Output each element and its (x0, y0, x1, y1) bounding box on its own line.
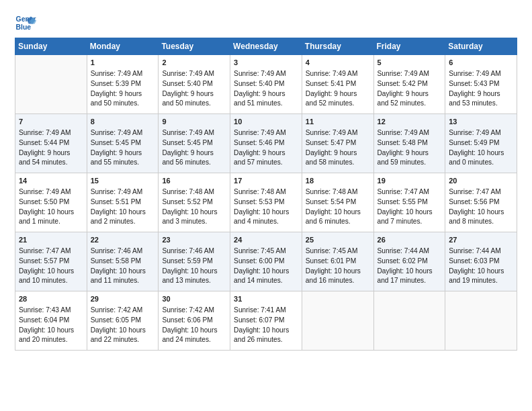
day-number: 7 (19, 117, 83, 128)
calendar-cell: 24Sunrise: 7:45 AMSunset: 6:00 PMDayligh… (230, 232, 302, 291)
sunrise: Sunrise: 7:49 AM (19, 188, 71, 195)
daylight: Daylight: 9 hours and 53 minutes. (449, 90, 500, 107)
sunset: Sunset: 5:43 PM (449, 80, 499, 87)
sunrise: Sunrise: 7:46 AM (91, 247, 143, 255)
logo-icon: General Blue (15, 12, 36, 34)
sunrise: Sunrise: 7:49 AM (306, 129, 358, 136)
daylight: Daylight: 9 hours and 54 minutes. (19, 149, 70, 167)
daylight: Daylight: 10 hours and 14 minutes. (234, 267, 289, 285)
day-header-friday: Friday (373, 38, 445, 55)
day-number: 18 (306, 176, 370, 187)
day-number: 24 (234, 235, 298, 246)
day-number: 1 (91, 58, 155, 68)
day-number: 28 (19, 294, 83, 305)
sunset: Sunset: 5:48 PM (378, 139, 428, 146)
day-number: 3 (234, 58, 298, 68)
sunset: Sunset: 5:52 PM (162, 198, 212, 205)
day-header-sunday: Sunday (15, 38, 87, 55)
page: General Blue SundayMondayTuesdayWednesda… (0, 0, 532, 411)
days-header-row: SundayMondayTuesdayWednesdayThursdayFrid… (15, 38, 517, 55)
calendar-cell: 11Sunrise: 7:49 AMSunset: 5:47 PMDayligh… (302, 114, 373, 173)
daylight: Daylight: 10 hours and 20 minutes. (19, 326, 74, 344)
sunrise: Sunrise: 7:48 AM (234, 188, 286, 195)
day-number: 13 (449, 117, 513, 128)
calendar-cell (15, 55, 87, 114)
sunrise: Sunrise: 7:49 AM (91, 129, 143, 136)
sunrise: Sunrise: 7:43 AM (19, 306, 71, 314)
calendar-cell: 5Sunrise: 7:49 AMSunset: 5:42 PMDaylight… (373, 55, 445, 114)
calendar-table: SundayMondayTuesdayWednesdayThursdayFrid… (15, 38, 517, 351)
calendar-cell: 14Sunrise: 7:49 AMSunset: 5:50 PMDayligh… (15, 173, 87, 232)
day-number: 15 (91, 176, 155, 187)
daylight: Daylight: 9 hours and 57 minutes. (234, 149, 285, 167)
calendar-cell: 10Sunrise: 7:49 AMSunset: 5:46 PMDayligh… (230, 114, 302, 173)
sunset: Sunset: 5:40 PM (162, 80, 212, 87)
sunset: Sunset: 6:03 PM (449, 257, 499, 265)
day-number: 17 (234, 176, 298, 187)
sunset: Sunset: 5:49 PM (449, 139, 499, 146)
day-number: 19 (378, 176, 442, 187)
day-number: 9 (162, 117, 226, 128)
sunrise: Sunrise: 7:49 AM (378, 70, 430, 77)
calendar-cell (445, 291, 517, 351)
sunrise: Sunrise: 7:49 AM (91, 70, 143, 77)
daylight: Daylight: 9 hours and 55 minutes. (91, 149, 142, 167)
calendar-cell: 7Sunrise: 7:49 AMSunset: 5:44 PMDaylight… (15, 114, 87, 173)
day-header-saturday: Saturday (445, 38, 517, 55)
calendar-cell: 2Sunrise: 7:49 AMSunset: 5:40 PMDaylight… (159, 55, 230, 114)
calendar-cell: 19Sunrise: 7:47 AMSunset: 5:55 PMDayligh… (373, 173, 445, 232)
daylight: Daylight: 10 hours and 6 minutes. (306, 208, 361, 226)
sunrise: Sunrise: 7:49 AM (162, 70, 214, 77)
daylight: Daylight: 9 hours and 59 minutes. (378, 149, 429, 167)
calendar-cell (302, 291, 373, 351)
sunset: Sunset: 5:57 PM (19, 257, 69, 265)
day-number: 12 (378, 117, 442, 128)
sunrise: Sunrise: 7:49 AM (234, 70, 286, 77)
sunset: Sunset: 6:06 PM (162, 316, 212, 324)
sunset: Sunset: 5:53 PM (234, 198, 284, 205)
week-row-5: 28Sunrise: 7:43 AMSunset: 6:04 PMDayligh… (15, 291, 517, 351)
sunset: Sunset: 6:00 PM (234, 257, 284, 265)
sunset: Sunset: 5:54 PM (306, 198, 356, 205)
calendar-cell: 3Sunrise: 7:49 AMSunset: 5:40 PMDaylight… (230, 55, 302, 114)
sunset: Sunset: 6:05 PM (91, 316, 141, 324)
sunset: Sunset: 6:01 PM (306, 257, 356, 265)
calendar-cell: 27Sunrise: 7:44 AMSunset: 6:03 PMDayligh… (445, 232, 517, 291)
daylight: Daylight: 9 hours and 50 minutes. (91, 90, 142, 107)
day-number: 27 (449, 235, 513, 246)
sunrise: Sunrise: 7:42 AM (91, 306, 143, 314)
calendar-cell: 28Sunrise: 7:43 AMSunset: 6:04 PMDayligh… (15, 291, 87, 351)
week-row-4: 21Sunrise: 7:47 AMSunset: 5:57 PMDayligh… (15, 232, 517, 291)
daylight: Daylight: 10 hours and 4 minutes. (234, 208, 289, 226)
day-number: 8 (91, 117, 155, 128)
day-header-tuesday: Tuesday (159, 38, 230, 55)
day-header-thursday: Thursday (302, 38, 373, 55)
sunset: Sunset: 5:51 PM (91, 198, 141, 205)
sunrise: Sunrise: 7:49 AM (449, 70, 501, 77)
logo: General Blue (15, 12, 39, 34)
sunrise: Sunrise: 7:49 AM (162, 129, 214, 136)
sunset: Sunset: 5:40 PM (234, 80, 284, 87)
daylight: Daylight: 10 hours and 22 minutes. (91, 326, 146, 344)
calendar-cell (373, 291, 445, 351)
calendar-cell: 31Sunrise: 7:41 AMSunset: 6:07 PMDayligh… (230, 291, 302, 351)
daylight: Daylight: 10 hours and 24 minutes. (162, 326, 217, 344)
sunrise: Sunrise: 7:44 AM (378, 247, 430, 255)
calendar-cell: 4Sunrise: 7:49 AMSunset: 5:41 PMDaylight… (302, 55, 373, 114)
daylight: Daylight: 10 hours and 1 minute. (19, 208, 74, 226)
calendar-cell: 17Sunrise: 7:48 AMSunset: 5:53 PMDayligh… (230, 173, 302, 232)
calendar-cell: 1Sunrise: 7:49 AMSunset: 5:39 PMDaylight… (87, 55, 159, 114)
day-header-monday: Monday (87, 38, 159, 55)
sunrise: Sunrise: 7:45 AM (306, 247, 358, 255)
day-number: 5 (378, 58, 442, 68)
sunset: Sunset: 5:47 PM (306, 139, 356, 146)
calendar-cell: 15Sunrise: 7:49 AMSunset: 5:51 PMDayligh… (87, 173, 159, 232)
calendar-cell: 13Sunrise: 7:49 AMSunset: 5:49 PMDayligh… (445, 114, 517, 173)
sunset: Sunset: 5:56 PM (449, 198, 499, 205)
calendar-cell: 16Sunrise: 7:48 AMSunset: 5:52 PMDayligh… (159, 173, 230, 232)
daylight: Daylight: 9 hours and 51 minutes. (234, 90, 285, 107)
week-row-1: 1Sunrise: 7:49 AMSunset: 5:39 PMDaylight… (15, 55, 517, 114)
sunset: Sunset: 6:04 PM (19, 316, 69, 324)
day-number: 30 (162, 294, 226, 305)
sunrise: Sunrise: 7:48 AM (162, 188, 214, 195)
